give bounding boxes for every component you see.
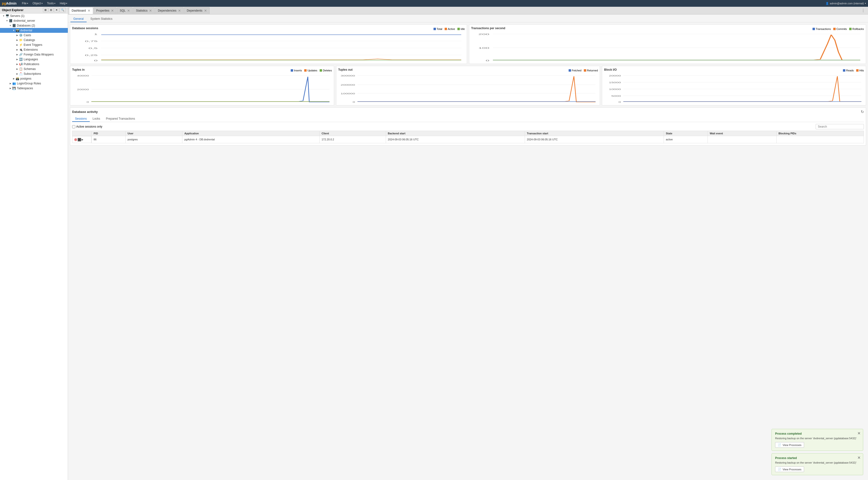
notification-started: ✕ Process started Restoring backup on th… [772,453,863,475]
sidebar-tool-search[interactable]: 🔍 [60,8,66,12]
user-info[interactable]: 👤 admin@admin.com (internal) ▾ [826,2,866,5]
tab-statistics-label: Statistics [136,9,147,12]
sub-tab-general[interactable]: General [70,16,87,22]
col-user[interactable]: User [125,131,182,136]
extension-icon: 🔌 [19,48,23,52]
close-icon[interactable]: ✕ [111,9,114,12]
servers-icon: 🖥️ [5,14,9,18]
menu-tools[interactable]: Tools ▾ [45,1,57,6]
menu-help[interactable]: Help ▾ [58,1,69,6]
legend-fetched-label: Fetched [572,69,581,72]
tree-item-publications[interactable]: ▶ 📢 Publications [0,62,68,67]
tree-item-databases[interactable]: ▼ 🗄️ Databases (2) [0,23,68,28]
block-io-panel: Block I/O Reads Hits [602,66,866,105]
svg-text:0,75: 0,75 [85,40,98,42]
tuples-in-chart: 40000 20000 0 [72,74,332,103]
view-processes-button[interactable]: 📄 View Processes [775,442,804,448]
tree-item-schemas[interactable]: ▶ 📋 Schemas [0,67,68,71]
view-processes-label-2: View Processes [783,468,801,471]
close-icon[interactable]: ✕ [857,455,861,460]
stop-button[interactable]: ■ [78,138,81,141]
svg-text:20000: 20000 [609,74,621,77]
cast-icon: ⚙️ [19,33,23,37]
col-blocking-pids[interactable]: Blocking PIDs [776,131,864,136]
active-sessions-checkbox-label[interactable]: Active sessions only [72,125,102,128]
legend-idle-label: Idle [461,28,465,30]
close-icon[interactable]: ✕ [88,9,90,12]
menu-object[interactable]: Object ▾ [31,1,44,6]
charts-row-2: Tuples in Inserts Updates [70,66,866,105]
dvdrental-label: dvdrental [20,29,32,32]
close-icon[interactable]: ✕ [178,9,181,12]
menu-file[interactable]: File ▾ [20,1,30,6]
legend-updates: Updates [304,69,317,72]
tab-statistics[interactable]: Statistics ✕ [133,7,155,14]
search-input[interactable] [816,124,864,129]
sub-tab-system-statistics[interactable]: System Statistics [88,16,115,22]
tree-item-servers[interactable]: ▼ 🖥️ Servers (1) [0,13,68,18]
tab-properties-label: Properties [96,9,110,12]
activity-header: Database activity ↻ [72,109,864,114]
legend-inserts-dot [291,69,293,72]
notification-completed-body: Restoring backup on the server 'dvdrenta… [775,437,860,440]
col-backend-start[interactable]: Backend start [386,131,525,136]
db-sessions-legend: Total Active Idle [434,28,465,30]
tree-item-tablespaces[interactable]: ▶ 💾 Tablespaces [0,86,68,91]
close-icon[interactable]: ✕ [127,9,130,12]
svg-text:200000: 200000 [341,84,355,86]
legend-hits: Hits [856,69,864,72]
tab-dashboard-label: Dashboard [72,9,86,12]
tab-dashboard[interactable]: Dashboard ✕ [69,7,93,14]
tree-item-dvdrental-server[interactable]: ▼ 🗄️ dvdrental_server [0,18,68,23]
col-state[interactable]: State [664,131,708,136]
activity-tab-locks[interactable]: Locks [90,116,103,122]
table-row: ⊗ ■ ▶ 86 postgres pgAdmin 4 - DB:dvdrent… [72,136,864,143]
close-icon[interactable]: ✕ [857,431,861,436]
activity-panel: Database activity ↻ Sessions Locks Prepa… [70,107,866,146]
tree-item-login-group-roles[interactable]: ▶ 👥 Login/Group Roles [0,81,68,86]
activity-tab-sessions[interactable]: Sessions [72,116,90,122]
legend-active: Active [445,28,455,30]
col-wait-event[interactable]: Wait event [708,131,777,136]
tree-item-foreign-data-wrappers[interactable]: ▶ 🔗 Foreign Data Wrappers [0,52,68,57]
expand-button[interactable]: ▶ [82,138,84,141]
tree-item-event-triggers[interactable]: ▶ ⚡ Event Triggers [0,42,68,47]
sub-tab-bar: General System Statistics [68,14,868,23]
refresh-button[interactable]: ↻ [861,109,864,114]
col-pid[interactable]: PID [92,131,126,136]
tree-item-dvdrental[interactable]: ▼ 🗃️ dvdrental [0,28,68,33]
tree-item-languages[interactable]: ▶ 🔤 Languages [0,57,68,62]
sidebar-header: Object Explorer ⊞ ⊟ ✕ 🔍 [0,7,68,13]
active-sessions-checkbox[interactable] [72,125,75,128]
tree-item-postgres[interactable]: ▶ 🗃️ postgres [0,76,68,81]
view-processes-button-2[interactable]: 📄 View Processes [775,467,804,472]
sidebar-tool-properties[interactable]: ⊟ [49,8,54,12]
legend-hits-label: Hits [859,69,864,72]
block-io-chart: 20000 15000 10000 5000 0 [604,74,864,103]
kill-button[interactable]: ⊗ [74,137,77,142]
col-transaction-start[interactable]: Transaction start [525,131,664,136]
sidebar-tool-create[interactable]: ⊞ [43,8,48,12]
tab-sql[interactable]: SQL ✕ [117,7,133,14]
tab-properties[interactable]: Properties ✕ [94,7,117,14]
activity-tab-prepared-transactions[interactable]: Prepared Transactions [103,116,138,122]
svg-text:5000: 5000 [611,95,621,97]
subscriptions-label: Subscriptions [24,72,41,75]
tab-dependents[interactable]: Dependents ✕ [184,7,210,14]
tree-item-subscriptions[interactable]: ▶ 📩 Subscriptions [0,71,68,76]
tab-dependencies[interactable]: Dependencies ✕ [155,7,184,14]
tab-menu-button[interactable]: ⋮ [859,7,867,14]
close-icon[interactable]: ✕ [149,9,152,12]
col-client[interactable]: Client [320,131,386,136]
svg-text:0: 0 [87,101,89,103]
legend-returned-label: Returned [587,69,598,72]
tree-item-extensions[interactable]: ▶ 🔌 Extensions [0,47,68,52]
tree-item-catalogs[interactable]: ▶ 📁 Catalogs [0,38,68,42]
sessions-table-body: ⊗ ■ ▶ 86 postgres pgAdmin 4 - DB:dvdrent… [72,136,864,143]
sidebar-tool-delete[interactable]: ✕ [54,8,59,12]
chevron-right-icon: ▶ [16,49,19,51]
col-application[interactable]: Application [182,131,320,136]
tree-item-casts[interactable]: ▶ ⚙️ Casts [0,33,68,38]
cell-user: postgres [125,136,182,143]
close-icon[interactable]: ✕ [204,9,207,12]
